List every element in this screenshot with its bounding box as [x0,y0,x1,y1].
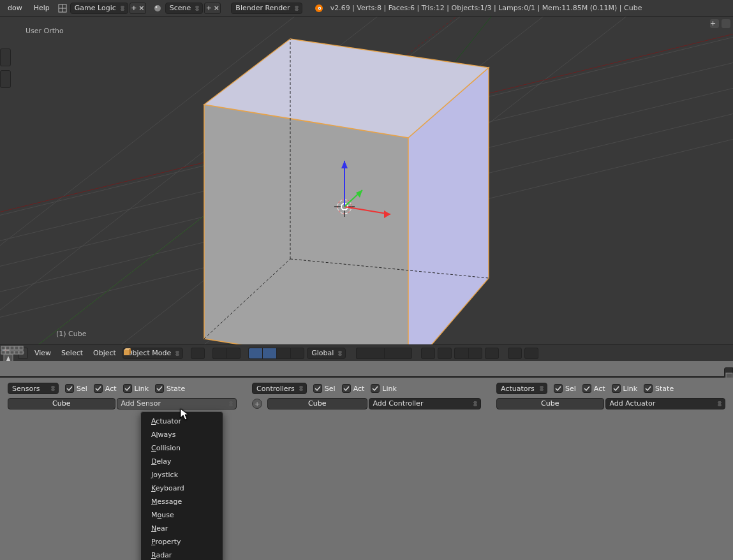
shading-dropdown[interactable] [191,348,205,359]
menu-view[interactable]: View [31,347,55,359]
snap-group [454,348,482,359]
stats-text: v2.69 | Verts:8 | Faces:6 | Tris:12 | Ob… [327,4,642,12]
svg-rect-71 [19,346,23,350]
svg-point-7 [319,8,320,9]
menu-item-delay[interactable]: Delay [141,455,223,468]
logic-editor: Sensors Sel Act Link State Cube Add Sens… [0,378,733,560]
pivot-dropdown[interactable] [212,348,226,359]
layer-buttons-left[interactable] [356,348,384,359]
svg-rect-70 [15,346,19,350]
svg-marker-22 [204,105,408,361]
object-name-label: (1) Cube [56,330,86,338]
controllers-act-checkbox[interactable]: Act [342,384,365,393]
actuators-state-checkbox[interactable]: State [644,384,674,393]
controllers-link-checkbox[interactable]: Link [371,384,397,393]
screen-layout-buttons[interactable]: +× [130,3,146,14]
menu-item-joystick[interactable]: Joystick [141,468,223,482]
rotate-manipulator[interactable] [276,348,290,359]
actuators-sel-checkbox[interactable]: Sel [554,384,576,393]
add-sensor-dropdown[interactable]: Add Sensor [117,398,237,409]
orientation-dropdown[interactable]: Global [307,348,346,359]
manipulator-group [248,348,304,359]
screen-layout-icon[interactable] [56,4,69,13]
pivot-individual-button[interactable] [226,348,241,359]
menu-window[interactable]: dow [3,2,27,14]
render-engine-dropdown[interactable]: Blender Render [231,3,302,14]
view-name-label: User Ortho [26,27,64,35]
viewport-plus-icon[interactable]: + [710,19,719,28]
svg-rect-76 [19,351,23,354]
render-preview-button[interactable] [485,348,499,359]
svg-rect-75 [15,351,19,354]
info-header: dow Help Game Logic +× Scene +× Blender … [0,0,733,17]
render-image-button[interactable] [508,348,522,359]
viewport-canvas [0,17,733,361]
close-icon[interactable]: × [138,3,145,13]
sensors-object-name[interactable]: Cube [8,398,115,409]
controllers-expand-icon[interactable]: + [252,399,262,409]
sensors-type-dropdown[interactable]: Sensors [8,383,59,394]
menu-object[interactable]: Object [89,347,120,359]
actuators-type-dropdown[interactable]: Actuators [496,383,547,394]
viewport-corner-handle[interactable] [722,19,730,28]
scale-manipulator[interactable] [290,348,304,359]
screen-layout-dropdown[interactable]: Game Logic [70,3,128,14]
actuators-object-name[interactable]: Cube [496,398,604,409]
plus-icon[interactable]: + [130,3,138,13]
menu-item-property[interactable]: Property [141,535,223,549]
snap-toggle[interactable] [438,348,452,359]
pivot-group [212,348,241,359]
menu-select[interactable]: Select [57,347,87,359]
menu-help[interactable]: Help [29,2,55,14]
menu-item-collision[interactable]: Collision [141,441,223,455]
svg-point-3 [154,5,161,11]
translate-manipulator[interactable] [262,348,276,359]
actuators-column: Actuators Sel Act Link State Cube Add Ac… [496,383,725,409]
scene-dropdown[interactable]: Scene [165,3,204,14]
controllers-sel-checkbox[interactable]: Sel [313,384,336,393]
controllers-column: Controllers Sel Act Link + Cube Add Cont… [252,383,481,409]
add-sensor-menu: Actuator Always Collision Delay Joystick… [140,411,223,560]
blender-logo-icon [313,3,325,13]
tool-tab-1[interactable] [0,48,11,66]
layer-buttons-right[interactable] [384,348,412,359]
controllers-object-name[interactable]: Cube [267,398,367,409]
snap-element-dropdown[interactable] [454,348,468,359]
menu-item-message[interactable]: Message [141,495,223,508]
svg-point-4 [155,6,157,8]
menu-item-near[interactable]: Near [141,522,223,535]
add-controller-dropdown[interactable]: Add Controller [369,398,482,409]
tool-tab-2[interactable] [0,70,11,88]
scene-icon [151,4,164,13]
mode-dropdown[interactable]: Object Mode [122,348,183,359]
menu-item-actuator[interactable]: Actuator [141,415,223,428]
cube-icon [123,348,131,356]
menu-item-mouse[interactable]: Mouse [141,508,223,522]
manipulator-toggle[interactable] [248,348,262,359]
menu-item-radar[interactable]: Radar [141,549,223,560]
close-icon[interactable]: × [212,3,220,13]
scene-buttons[interactable]: +× [204,3,221,14]
plus-icon[interactable]: + [205,3,212,13]
controllers-type-dropdown[interactable]: Controllers [252,383,307,394]
sensors-column: Sensors Sel Act Link State Cube Add Sens… [8,383,237,409]
menu-item-keyboard[interactable]: Keyboard [141,482,223,495]
sensors-act-checkbox[interactable]: Act [94,384,117,393]
lock-camera-button[interactable] [421,348,435,359]
layers-group [356,348,412,359]
snap-target-dropdown[interactable] [468,348,482,359]
render-animation-button[interactable] [524,348,538,359]
sensors-state-checkbox[interactable]: State [155,384,185,393]
svg-rect-48 [124,350,129,355]
menu-item-always[interactable]: Always [141,428,223,441]
actuators-link-checkbox[interactable]: Link [612,384,638,393]
3d-viewport[interactable]: + User Ortho (1) Cube z y x ◦ View Selec… [0,17,733,361]
view3d-header: ◦ View Select Object Object Mode Global [0,344,733,361]
add-actuator-dropdown[interactable]: Add Actuator [605,398,726,409]
sensors-sel-checkbox[interactable]: Sel [65,384,87,393]
sensors-link-checkbox[interactable]: Link [123,384,149,393]
actuators-act-checkbox[interactable]: Act [582,384,605,393]
